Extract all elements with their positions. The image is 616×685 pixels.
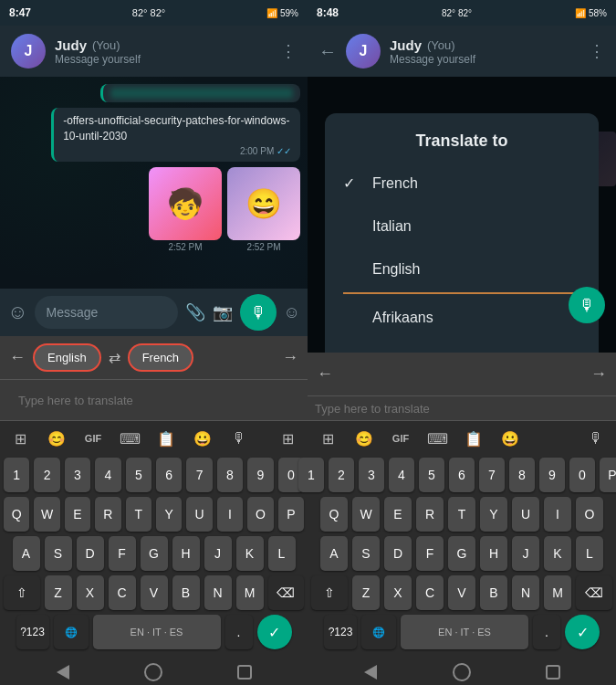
r-key-2[interactable]: 2: [329, 458, 354, 492]
right-kb-face-icon[interactable]: 😀: [496, 430, 525, 448]
key-n[interactable]: N: [204, 575, 232, 610]
lang-option-english[interactable]: ✓ English: [325, 248, 599, 290]
swap-icon[interactable]: ⇄: [109, 349, 120, 366]
key-i[interactable]: I: [217, 497, 243, 532]
back-nav-button[interactable]: [57, 665, 69, 680]
r-key-7[interactable]: 7: [479, 458, 505, 492]
key-k[interactable]: K: [236, 536, 264, 571]
lang-option-akan[interactable]: ✓ Akan: [325, 339, 599, 353]
r-key-j[interactable]: J: [512, 536, 539, 571]
r-key-p[interactable]: P: [600, 458, 616, 492]
key-q[interactable]: Q: [4, 497, 29, 532]
right-kb-gif-icon[interactable]: GIF: [386, 433, 415, 444]
right-kb-clipboard-icon[interactable]: 📋: [459, 430, 488, 448]
kb-sticker-icon[interactable]: 😊: [42, 430, 71, 448]
right-kb-emoji-icon[interactable]: 😊: [350, 430, 379, 448]
key-9[interactable]: 9: [247, 458, 273, 492]
r-key-t[interactable]: T: [448, 497, 475, 532]
home-nav-button[interactable]: [144, 663, 162, 681]
right-mic-button[interactable]: 🎙: [569, 287, 605, 323]
r-key-c[interactable]: C: [416, 575, 444, 610]
r-key-s[interactable]: S: [352, 536, 380, 571]
r-key-z[interactable]: Z: [352, 575, 380, 610]
r-lang-key[interactable]: EN · IT · ES: [401, 615, 528, 649]
right-translate-input[interactable]: [315, 402, 609, 416]
key-g[interactable]: G: [141, 536, 168, 571]
key-x[interactable]: X: [77, 575, 104, 610]
r-send-key[interactable]: ✓: [565, 615, 600, 649]
r-shift-key[interactable]: ⇧: [311, 575, 348, 610]
r-period-key[interactable]: .: [533, 615, 560, 649]
r-key-o[interactable]: O: [576, 497, 603, 532]
key-b[interactable]: B: [172, 575, 200, 610]
message-input-box[interactable]: Message: [35, 296, 177, 329]
right-translator-back[interactable]: ←: [317, 364, 333, 384]
key-f[interactable]: F: [109, 536, 136, 571]
num-key[interactable]: ?123: [16, 615, 49, 649]
key-6[interactable]: 6: [156, 458, 182, 492]
emoji-right-button[interactable]: ☺: [284, 303, 300, 322]
r-globe-key[interactable]: 🌐: [361, 615, 396, 649]
r-key-m[interactable]: M: [544, 575, 571, 610]
r-key-w[interactable]: W: [352, 497, 380, 532]
r-key-b[interactable]: B: [480, 575, 507, 610]
r-key-k[interactable]: K: [544, 536, 571, 571]
key-c[interactable]: C: [109, 575, 136, 610]
r-key-e[interactable]: E: [384, 497, 412, 532]
kb-clipboard-icon[interactable]: 📋: [151, 430, 181, 448]
lang-right-button[interactable]: French: [128, 343, 193, 372]
r-key-g[interactable]: G: [448, 536, 475, 571]
translator-back-button[interactable]: ←: [9, 348, 26, 367]
key-a[interactable]: A: [13, 536, 40, 571]
right-more-icon[interactable]: ⋮: [589, 41, 605, 61]
r-key-8[interactable]: 8: [509, 458, 535, 492]
r-key-u[interactable]: U: [512, 497, 539, 532]
right-kb-translate-icon[interactable]: ⌨: [423, 430, 452, 448]
lang-option-italian[interactable]: ✓ Italian: [325, 205, 599, 248]
key-u[interactable]: U: [186, 497, 212, 532]
r-key-0[interactable]: 0: [569, 458, 595, 492]
send-key[interactable]: ✓: [257, 615, 292, 649]
key-7[interactable]: 7: [186, 458, 212, 492]
key-e[interactable]: E: [65, 497, 90, 532]
r-key-d[interactable]: D: [384, 536, 412, 571]
key-8[interactable]: 8: [217, 458, 243, 492]
r-key-4[interactable]: 4: [389, 458, 414, 492]
r-key-i[interactable]: I: [544, 497, 571, 532]
mic-button[interactable]: 🎙: [240, 294, 277, 331]
r-key-r[interactable]: R: [416, 497, 444, 532]
right-back-button[interactable]: ←: [318, 41, 337, 62]
key-j[interactable]: J: [204, 536, 232, 571]
kb-grid-icon[interactable]: ⊞: [5, 430, 35, 448]
key-l[interactable]: L: [268, 536, 296, 571]
r-key-9[interactable]: 9: [539, 458, 565, 492]
recents-nav-button[interactable]: [237, 665, 252, 680]
translate-input[interactable]: [7, 384, 300, 416]
key-1[interactable]: 1: [4, 458, 29, 492]
lang-left-button[interactable]: English: [33, 343, 101, 372]
more-icon[interactable]: ⋮: [280, 41, 297, 61]
attach-button[interactable]: 📎: [185, 302, 205, 322]
camera-button[interactable]: 📷: [213, 302, 233, 322]
r-key-a[interactable]: A: [320, 536, 348, 571]
key-h[interactable]: H: [172, 536, 200, 571]
right-kb-mic-icon[interactable]: 🎙: [581, 430, 611, 447]
key-5[interactable]: 5: [126, 458, 151, 492]
backspace-key[interactable]: ⌫: [268, 575, 305, 610]
key-d[interactable]: D: [77, 536, 104, 571]
lang-key[interactable]: EN · IT · ES: [93, 615, 221, 649]
right-back-nav[interactable]: [364, 665, 377, 680]
key-w[interactable]: W: [34, 497, 59, 532]
shift-key[interactable]: ⇧: [4, 575, 40, 610]
lang-option-french[interactable]: ✓ French: [325, 162, 599, 205]
r-key-h[interactable]: H: [480, 536, 507, 571]
right-kb-grid-icon[interactable]: ⊞: [313, 430, 342, 448]
key-r[interactable]: R: [95, 497, 120, 532]
right-translator-forward[interactable]: →: [590, 364, 607, 384]
key-t[interactable]: T: [126, 497, 151, 532]
right-recents-nav[interactable]: [546, 665, 560, 680]
r-key-n[interactable]: N: [512, 575, 539, 610]
key-o[interactable]: O: [247, 497, 273, 532]
kb-emoji-icon[interactable]: 😀: [188, 430, 217, 448]
emoji-button[interactable]: ☺: [7, 300, 27, 324]
